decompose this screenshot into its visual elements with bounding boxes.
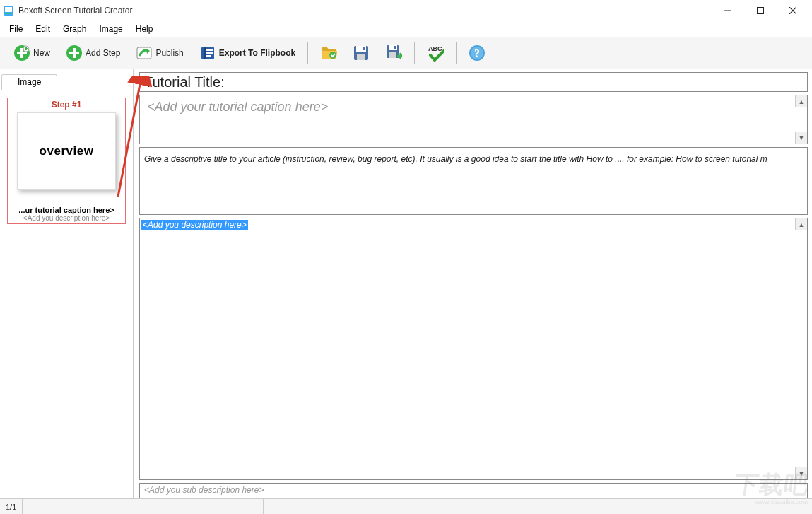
publish-label: Publish <box>155 48 183 58</box>
thumbnail-area: Step #1 overview ...ur tutorial caption … <box>0 90 133 231</box>
scroll-up-icon[interactable]: ▲ <box>795 95 807 107</box>
add-step-label: Add Step <box>86 48 120 58</box>
description-selected-text: <Add you description here> <box>141 220 248 230</box>
svg-rect-19 <box>204 47 206 59</box>
tutorial-title-label: Tutorial Title: <box>139 72 808 92</box>
window-controls <box>712 0 809 21</box>
editor-panel: Tutorial Title: <Add your tutorial capti… <box>134 69 812 498</box>
window-title: Boxoft Screen Tutorial Creator <box>18 6 712 16</box>
toolbar-separator <box>307 42 308 64</box>
left-tab-bar: Image <box>0 74 133 90</box>
description-input[interactable]: <Add you description here> ▲ ▼ <box>139 218 808 480</box>
svg-rect-30 <box>389 52 396 58</box>
export-flipbook-button[interactable]: Export To Flipbook <box>192 40 303 66</box>
svg-rect-16 <box>137 47 151 59</box>
status-cell-3 <box>264 499 812 514</box>
save-button[interactable] <box>345 40 377 66</box>
svg-rect-27 <box>363 47 365 50</box>
add-step-icon <box>66 45 83 62</box>
title-bar: Boxoft Screen Tutorial Creator <box>0 0 812 21</box>
toolbar-separator-2 <box>414 42 415 64</box>
scroll-down-icon[interactable]: ▼ <box>795 132 807 144</box>
left-panel: Image Step #1 overview ...ur tutorial ca… <box>0 69 134 498</box>
svg-rect-15 <box>69 52 79 54</box>
thumbnail-caption: ...ur tutorial caption here> <box>9 206 124 214</box>
menu-help[interactable]: Help <box>129 23 160 35</box>
help-button[interactable]: ? <box>461 40 493 66</box>
svg-rect-9 <box>17 52 27 54</box>
add-step-button[interactable]: Add Step <box>58 40 128 66</box>
status-cell-2 <box>23 499 263 514</box>
scroll-down-icon[interactable]: ▼ <box>795 467 807 479</box>
new-button[interactable]: New <box>6 40 58 66</box>
main-area: Image Step #1 overview ...ur tutorial ca… <box>0 69 812 498</box>
save-as-icon <box>385 45 402 62</box>
close-button[interactable] <box>777 0 809 21</box>
sub-description-placeholder: <Add you sub description here> <box>144 485 264 495</box>
svg-rect-1 <box>5 7 12 12</box>
save-as-button[interactable] <box>377 40 410 66</box>
spell-check-button[interactable]: ABC <box>419 40 452 66</box>
svg-point-23 <box>329 52 336 59</box>
svg-rect-29 <box>389 45 397 50</box>
toolbar-separator-3 <box>456 42 457 64</box>
toolbar: New Add Step Publish Export To Flipbook <box>0 37 812 69</box>
menu-image[interactable]: Image <box>93 23 129 35</box>
svg-rect-21 <box>206 52 213 54</box>
thumbnail-text: overview <box>40 144 94 158</box>
publish-icon <box>136 45 153 62</box>
svg-rect-12 <box>25 48 28 49</box>
svg-text:ABC: ABC <box>428 45 442 52</box>
export-flipbook-label: Export To Flipbook <box>219 48 295 58</box>
new-icon <box>13 45 30 62</box>
svg-rect-31 <box>394 46 396 49</box>
svg-rect-20 <box>206 49 213 51</box>
step-label: Step #1 <box>9 98 124 112</box>
menu-file[interactable]: File <box>3 23 29 35</box>
scroll-up-icon[interactable]: ▲ <box>795 218 807 230</box>
help-icon: ? <box>469 45 486 62</box>
minimize-button[interactable] <box>712 0 744 21</box>
new-label: New <box>33 48 50 58</box>
hint-text: Give a descriptive title to your article… <box>144 153 803 165</box>
maximize-button[interactable] <box>744 0 777 21</box>
hint-box: Give a descriptive title to your article… <box>139 147 808 215</box>
tab-image[interactable]: Image <box>1 74 57 90</box>
menu-bar: File Edit Graph Image Help <box>0 21 812 37</box>
spell-check-icon: ABC <box>427 45 444 62</box>
menu-edit[interactable]: Edit <box>29 23 57 35</box>
sub-description-input[interactable]: <Add you sub description here> <box>139 483 808 498</box>
caption-placeholder: <Add your tutorial caption here> <box>140 95 807 119</box>
svg-rect-22 <box>206 55 211 57</box>
svg-rect-2 <box>6 13 11 14</box>
app-icon <box>3 5 14 16</box>
menu-graph[interactable]: Graph <box>57 23 93 35</box>
page-indicator: 1/1 <box>0 499 22 514</box>
svg-text:?: ? <box>474 47 480 59</box>
publish-button[interactable]: Publish <box>128 40 191 66</box>
open-button[interactable] <box>312 40 345 66</box>
svg-rect-4 <box>758 7 764 13</box>
step-thumbnail[interactable]: Step #1 overview ...ur tutorial caption … <box>7 98 126 224</box>
svg-rect-26 <box>357 54 365 60</box>
status-bar: 1/1 <box>0 498 812 514</box>
caption-input[interactable]: <Add your tutorial caption here> ▲ ▼ <box>139 95 808 144</box>
folder-open-icon <box>320 45 337 62</box>
flipbook-icon <box>199 45 216 62</box>
thumbnail-image: overview <box>17 112 116 190</box>
thumbnail-description: <Add you description here> <box>9 214 124 222</box>
save-icon <box>353 45 370 62</box>
